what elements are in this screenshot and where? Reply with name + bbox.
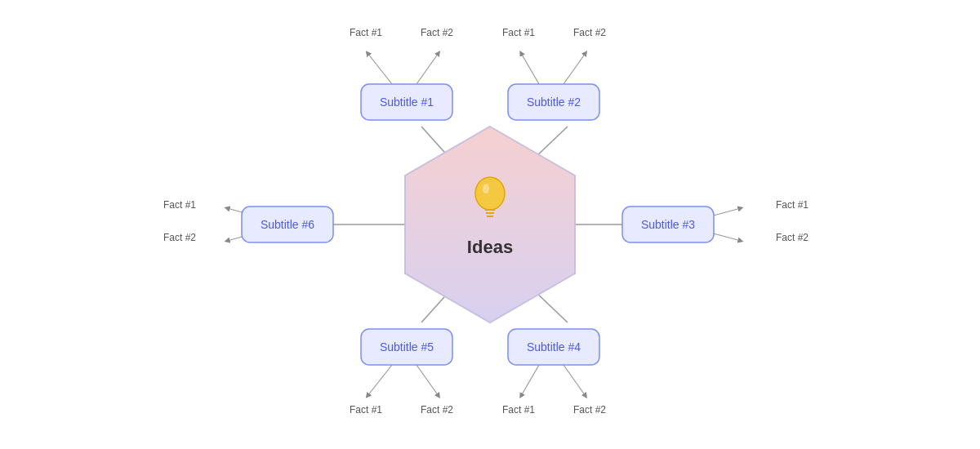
line-4-fact1 (521, 365, 539, 396)
fact-6-1: Fact #1 (163, 199, 196, 211)
subtitle-label-2: Subtitle #2 (527, 96, 581, 109)
svg-point-0 (475, 177, 505, 210)
subtitle-label-3: Subtitle #3 (641, 218, 695, 231)
fact-1-1: Fact #1 (350, 27, 382, 38)
fact-2-2: Fact #2 (573, 27, 606, 38)
fact-2-1: Fact #1 (502, 27, 535, 38)
line-3-fact1 (710, 208, 741, 216)
center-title: Ideas (467, 237, 513, 257)
subtitle-label-4: Subtitle #4 (527, 340, 581, 353)
line-3-fact2 (710, 233, 741, 241)
svg-point-4 (483, 184, 489, 193)
fact-4-2: Fact #2 (573, 404, 606, 416)
fact-4-1: Fact #1 (502, 404, 535, 416)
fact-3-2: Fact #2 (776, 232, 808, 243)
line-5-fact2 (416, 365, 439, 396)
fact-1-2: Fact #2 (421, 27, 453, 38)
line-1-fact2 (416, 53, 439, 84)
subtitle-label-1: Subtitle #1 (380, 96, 434, 109)
fact-3-1: Fact #1 (776, 199, 808, 211)
line-2-fact1 (521, 53, 539, 84)
fact-5-1: Fact #1 (350, 404, 382, 416)
fact-5-2: Fact #2 (421, 404, 453, 416)
mind-map-diagram: Ideas Subtitle #1 Subtitle #2 Subtitle #… (0, 0, 980, 449)
fact-6-2: Fact #2 (163, 232, 196, 243)
line-4-fact2 (564, 365, 586, 396)
line-2-fact2 (564, 53, 586, 84)
line-5-fact1 (368, 365, 392, 396)
subtitle-label-5: Subtitle #5 (380, 340, 434, 353)
subtitle-label-6: Subtitle #6 (261, 218, 314, 231)
line-1-fact1 (368, 53, 392, 84)
center-hexagon (405, 127, 575, 322)
